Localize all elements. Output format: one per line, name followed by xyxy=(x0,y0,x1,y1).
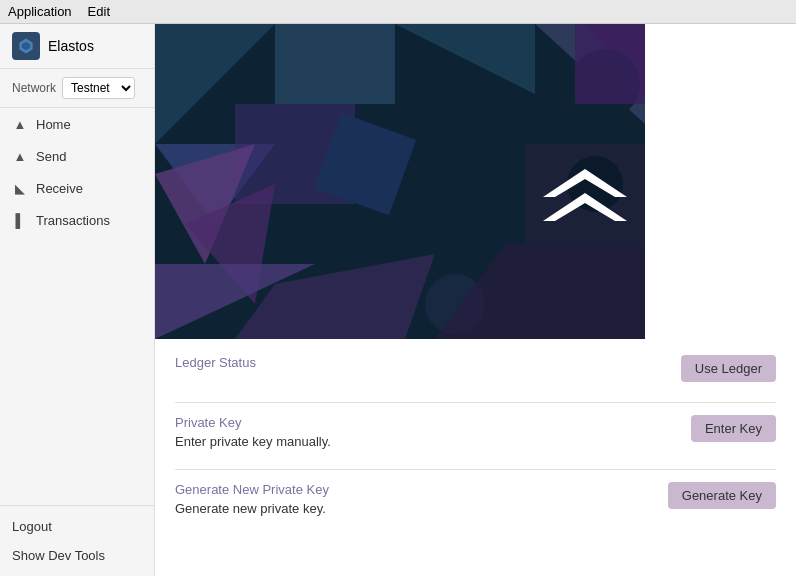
menu-edit[interactable]: Edit xyxy=(88,4,110,19)
wallet-logo xyxy=(12,32,40,60)
nav-label-home: Home xyxy=(36,117,71,132)
content-area: Ledger Status Use Ledger Private Key Ent… xyxy=(155,339,796,576)
show-dev-tools-button[interactable]: Show Dev Tools xyxy=(0,541,154,570)
private-key-text: Private Key Enter private key manually. xyxy=(175,415,679,449)
hero-banner xyxy=(155,24,645,339)
divider-2 xyxy=(175,469,776,470)
private-key-title: Private Key xyxy=(175,415,679,430)
ledger-text: Ledger Status xyxy=(175,355,669,374)
enter-key-button[interactable]: Enter Key xyxy=(691,415,776,442)
nav-item-home[interactable]: ▲ Home xyxy=(0,108,154,140)
nav-label-send: Send xyxy=(36,149,66,164)
sidebar-bottom: Logout Show Dev Tools xyxy=(0,505,154,576)
wallet-name: Elastos xyxy=(48,38,94,54)
divider-1 xyxy=(175,402,776,403)
ledger-title: Ledger Status xyxy=(175,355,669,370)
receive-icon: ◣ xyxy=(12,180,28,196)
ledger-row: Ledger Status Use Ledger xyxy=(175,355,776,382)
generate-key-desc: Generate new private key. xyxy=(175,501,656,516)
elastos-logo-icon xyxy=(16,36,36,56)
nav-item-send[interactable]: ▲ Send xyxy=(0,140,154,172)
logout-button[interactable]: Logout xyxy=(0,512,154,541)
generate-key-title: Generate New Private Key xyxy=(175,482,656,497)
nav-item-transactions[interactable]: ▌ Transactions xyxy=(0,204,154,236)
nav-item-receive[interactable]: ◣ Receive xyxy=(0,172,154,204)
network-select[interactable]: Testnet Mainnet xyxy=(62,77,135,99)
menubar: Application Edit xyxy=(0,0,796,24)
private-key-row: Private Key Enter private key manually. … xyxy=(175,415,776,449)
ledger-section: Ledger Status Use Ledger xyxy=(175,355,776,382)
generate-key-row: Generate New Private Key Generate new pr… xyxy=(175,482,776,516)
nav-label-receive: Receive xyxy=(36,181,83,196)
network-label: Network xyxy=(12,81,56,95)
private-key-desc: Enter private key manually. xyxy=(175,434,679,449)
main-content: Ledger Status Use Ledger Private Key Ent… xyxy=(155,24,796,576)
network-row: Network Testnet Mainnet xyxy=(0,69,154,108)
transactions-icon: ▌ xyxy=(12,212,28,228)
send-icon: ▲ xyxy=(12,148,28,164)
private-key-section: Private Key Enter private key manually. … xyxy=(175,415,776,449)
svg-marker-9 xyxy=(575,24,645,104)
hero-svg xyxy=(155,24,645,339)
home-icon: ▲ xyxy=(12,116,28,132)
generate-key-section: Generate New Private Key Generate new pr… xyxy=(175,482,776,516)
layout: Elastos Network Testnet Mainnet ▲ Home ▲… xyxy=(0,24,796,576)
svg-marker-4 xyxy=(275,24,395,104)
generate-key-text: Generate New Private Key Generate new pr… xyxy=(175,482,656,516)
sidebar: Elastos Network Testnet Mainnet ▲ Home ▲… xyxy=(0,24,155,576)
nav-label-transactions: Transactions xyxy=(36,213,110,228)
generate-key-button[interactable]: Generate Key xyxy=(668,482,776,509)
menu-application[interactable]: Application xyxy=(8,4,72,19)
use-ledger-button[interactable]: Use Ledger xyxy=(681,355,776,382)
wallet-header: Elastos xyxy=(0,24,154,69)
